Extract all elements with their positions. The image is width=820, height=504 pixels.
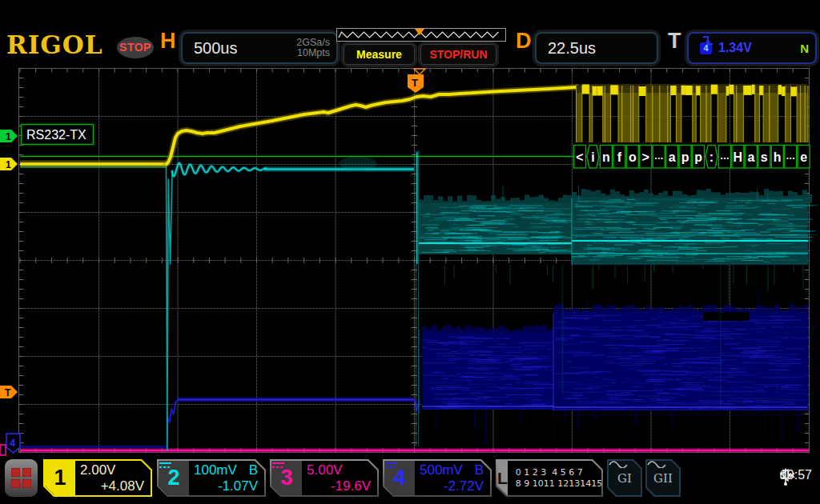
decode-char-box: a [745, 146, 757, 169]
ch2-offset: -1.07V [194, 478, 258, 494]
falling-edge-icon [701, 34, 716, 48]
decode-char-box: : [705, 146, 718, 169]
svg-text:T: T [5, 387, 11, 398]
waveform-display: RS232-TX 1 1 T 4 T <info>…app:…Hash…e [0, 0, 820, 504]
memory-depth: 10Mpts [297, 47, 330, 58]
svg-text:>: > [642, 150, 649, 164]
dc-coupling-icon [271, 461, 285, 470]
ch4-bandwidth: B [475, 462, 484, 478]
ch1-position-marker[interactable]: 1 [0, 158, 18, 170]
ch1-offset: +4.08V [80, 478, 144, 494]
svg-text:p: p [694, 150, 702, 164]
gen2-label: GII [653, 472, 673, 485]
channel-3-chip[interactable]: 3 5.00V -19.6V [270, 459, 379, 497]
menu-button[interactable] [5, 459, 38, 497]
ch3-offset: -19.6V [307, 478, 371, 494]
decode-char-box: i [587, 146, 599, 169]
svg-text:a: a [669, 150, 676, 164]
svg-text:…: … [654, 150, 664, 162]
decode-char-box: f [613, 146, 625, 169]
ch1-scale: 2.00V [80, 462, 115, 478]
horizontal-position-preview[interactable] [336, 28, 506, 42]
svg-text:1: 1 [6, 159, 11, 170]
dc-coupling-icon [45, 461, 58, 470]
decode-bus-label[interactable]: RS232-TX [22, 125, 94, 145]
trigger-position-marker[interactable]: T [408, 69, 425, 93]
menu-grid-icon [11, 468, 31, 488]
svg-text:a: a [747, 150, 754, 164]
decode-char-box: H [732, 146, 744, 169]
svg-text:f: f [617, 150, 622, 164]
decode-char-box: s [758, 146, 770, 169]
logic-channels-chip[interactable]: L 0 1 2 3 4 5 6 7 8 9 1011 12131415 [496, 459, 603, 497]
ch4-position-marker[interactable]: 4 [0, 434, 20, 455]
svg-text:<: < [576, 150, 583, 164]
stop-run-button[interactable]: STOP/RUN [420, 44, 496, 65]
timebase-box[interactable]: 500us 2GSa/s 10Mpts [181, 32, 338, 64]
channel-4-chip[interactable]: 4 500mV B -2.72V [383, 459, 492, 497]
decode-char-box: … [785, 146, 797, 169]
oscilloscope-screen: RS232-TX 1 1 T 4 T <info>…app:…Hash…e [0, 0, 820, 504]
decode-char-box: a [666, 146, 678, 169]
header-bar: RIGOL STOP H 500us 2GSa/s 10Mpts Measure… [0, 24, 820, 66]
decode-char-box: o [626, 146, 638, 169]
decode-char-box: e [798, 146, 810, 169]
channel-1-chip[interactable]: 1 2.00V +4.08V [43, 459, 152, 497]
logic-label: L [497, 461, 508, 495]
measure-button[interactable]: Measure [344, 44, 415, 65]
generator-2-button[interactable]: GII [645, 459, 681, 497]
logic-row2: 8 9 1011 12131415 [516, 478, 602, 490]
trigger-box[interactable]: 4 1.34V N [687, 32, 817, 64]
timebase-value: 500us [183, 39, 238, 58]
svg-text:i: i [591, 150, 594, 164]
trigger-menu-button[interactable]: T [668, 29, 681, 54]
channel-2-chip[interactable]: 2 100mV B -1.07V [157, 459, 266, 497]
sine-wave-icon [647, 461, 666, 468]
svg-text::: : [709, 150, 713, 164]
svg-text:4: 4 [10, 437, 16, 449]
decode-bus-marker[interactable]: 1 [0, 130, 18, 142]
decode-char-box: p [693, 146, 705, 169]
decode-char-box: … [653, 146, 665, 169]
ch2-bandwidth: B [249, 462, 258, 478]
ch3-scale: 5.00V [307, 462, 342, 478]
bottom-bar: 1 2.00V +4.08V 2 100mV [0, 457, 820, 504]
decode-char-box: h [771, 146, 783, 169]
svg-text:e: e [800, 150, 807, 164]
ch2-scale: 100mV [194, 462, 237, 478]
gen1-label: GI [617, 472, 632, 485]
svg-text:RS232-TX: RS232-TX [26, 128, 86, 142]
svg-text:h: h [774, 150, 782, 164]
decode-char-box: … [718, 146, 730, 169]
decode-char-box: n [600, 146, 612, 169]
svg-text:p: p [681, 150, 689, 164]
decode-char-box: < [574, 146, 586, 169]
svg-text:H: H [734, 150, 743, 164]
ch3-position-marker-clipped [0, 445, 6, 455]
delay-menu-button[interactable]: D [516, 29, 532, 54]
decode-char-box: > [640, 146, 652, 169]
speaker-muted-icon[interactable] [780, 468, 796, 482]
trigger-level-marker[interactable]: T [0, 386, 18, 398]
svg-text:…: … [786, 150, 795, 162]
horizontal-menu-button[interactable]: H [160, 29, 176, 54]
ch4-offset: -2.72V [420, 478, 484, 494]
acquisition-state-badge: STOP [117, 37, 154, 58]
svg-text:o: o [629, 150, 637, 164]
status-bar: MSO5074 Wed April 22 19:58:30 2020 [0, 0, 820, 24]
ch4-scale: 500mV [420, 462, 463, 478]
svg-text:…: … [720, 150, 730, 162]
svg-text:s: s [761, 150, 768, 164]
svg-text:T: T [412, 77, 418, 89]
sample-rate: 2GSa/s [296, 37, 330, 48]
delay-box[interactable]: 22.5us [535, 32, 658, 64]
trigger-mode: N [800, 42, 815, 55]
sine-wave-icon [609, 461, 628, 468]
svg-text:1: 1 [6, 131, 11, 142]
trigger-level-value: 1.34V [718, 41, 752, 55]
delay-value: 22.5us [537, 39, 596, 58]
dc-coupling-icon [384, 461, 398, 470]
svg-text:n: n [602, 150, 610, 164]
generator-1-button[interactable]: GI [607, 459, 642, 497]
dc-coupling-icon [159, 461, 172, 470]
